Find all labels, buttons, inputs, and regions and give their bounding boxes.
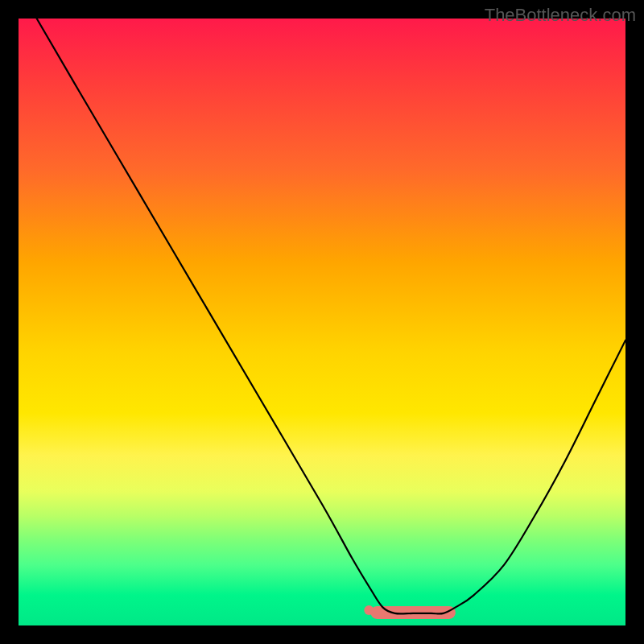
- flat-region-marker: [364, 605, 456, 619]
- chart-svg: [19, 19, 625, 625]
- watermark-text: TheBottleneck.com: [485, 5, 636, 26]
- bottleneck-curve: [37, 19, 625, 613]
- svg-point-1: [364, 605, 374, 615]
